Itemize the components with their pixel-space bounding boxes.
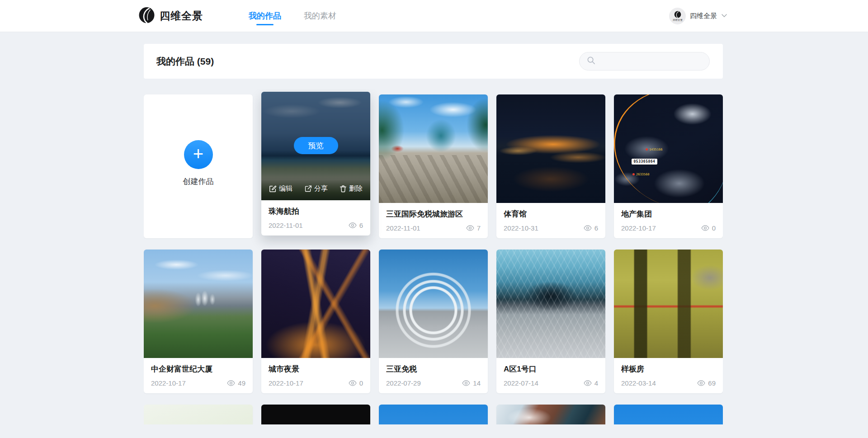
page-title: 我的作品 (59) [156,55,214,68]
work-meta: 2022-10-17 49 [151,379,245,387]
logo-mark-icon [138,7,155,25]
plus-icon: + [184,140,213,169]
work-card[interactable]: 预览 编辑 分享 删除 三亚国际免税城旅游区 2022-11-01 [379,94,488,238]
work-meta: 2022-07-29 14 [386,379,481,387]
work-card-partial[interactable] [144,405,253,424]
work-views: 0 [349,379,363,387]
work-views: 4 [584,379,598,387]
work-date: 2022-03-14 [621,379,656,387]
work-meta: 2022-07-14 4 [504,379,598,387]
work-card-partial[interactable] [379,405,488,424]
work-card[interactable]: 1435166 2633560 053365864 预览 编辑 分享 删除 [614,94,723,238]
share-label: 分享 [314,184,328,193]
map-extras: 1435166 2633560 053365864 [614,94,723,203]
create-work-label: 创建作品 [183,176,214,187]
eye-icon [227,380,235,386]
work-views-count: 0 [359,379,363,387]
work-views: 7 [466,224,481,232]
work-thumb [144,405,253,424]
eye-icon [349,380,357,386]
work-thumb: 预览 编辑 分享 删除 [496,94,605,203]
work-date: 2022-10-31 [504,224,538,232]
eye-icon [584,225,592,231]
work-title: 地产集团 [621,209,716,219]
work-info: 地产集团 2022-10-17 0 [614,203,723,232]
work-thumb: 预览 编辑 分享 删除 [261,250,370,358]
work-card-partial[interactable] [261,405,370,424]
work-card[interactable]: 预览 编辑 分享 删除 体育馆 2022-10-31 [496,94,605,238]
eye-icon [584,380,592,386]
work-info: 体育馆 2022-10-31 6 [496,203,605,232]
delete-button[interactable]: 删除 [340,184,363,193]
work-title: 三亚免税 [386,364,481,374]
work-card-partial[interactable] [614,405,723,424]
work-card[interactable]: 预览 编辑 分享 删除 城市夜景 2022-10-17 [261,250,370,393]
content-header-panel: 我的作品 (59) [144,44,723,79]
work-title: 城市夜景 [269,364,363,374]
user-name: 四维全景 [690,12,717,20]
work-views: 6 [349,221,363,229]
edit-button[interactable]: 编辑 [269,184,292,193]
work-card[interactable]: 预览 编辑 分享 删除 三亚免税 2022-07-29 [379,250,488,393]
work-card[interactable]: 预览 编辑 分享 删除 珠海航拍 2022-11-01 [261,92,370,235]
avatar-label: 四维全景 [673,19,683,21]
work-card[interactable]: 预览 编辑 分享 删除 中企财富世纪大厦 2022-10-17 [144,250,253,393]
marker-dot-icon [632,173,635,175]
work-info: 样板房 2022-03-14 69 [614,358,723,387]
works-grid: + 创建作品 预览 编辑 分享 [144,89,723,424]
search-input[interactable] [599,57,704,66]
card-action-bar: 编辑 分享 删除 [261,177,370,200]
brand-name: 四维全景 [160,9,203,23]
edit-label: 编辑 [279,184,292,193]
work-title: 中企财富世纪大厦 [151,364,245,374]
work-thumb [379,405,488,424]
work-meta: 2022-10-17 0 [269,379,363,387]
share-button[interactable]: 分享 [304,184,328,193]
work-thumb: 1435166 2633560 053365864 预览 编辑 分享 删除 [614,94,723,203]
work-views: 0 [701,224,716,232]
nav-tabs: 我的作品 我的素材 [248,0,337,32]
avatar: 四维全景 [669,8,686,24]
map-marker: 1435166 [646,148,663,151]
eye-icon [466,225,474,231]
create-work-card[interactable]: + 创建作品 [144,94,253,238]
work-thumb: 预览 编辑 分享 删除 [379,250,488,358]
share-icon [304,185,312,193]
work-views-count: 49 [238,379,245,387]
edit-icon [269,185,277,193]
work-info: A区1号口 2022-07-14 4 [496,358,605,387]
work-info: 珠海航拍 2022-11-01 6 [261,200,370,229]
work-title: A区1号口 [504,364,598,374]
work-thumb [614,405,723,424]
work-thumb: 预览 编辑 分享 删除 [614,250,723,358]
work-card[interactable]: 预览 编辑 分享 删除 样板房 2022-03-14 [614,250,723,393]
eye-icon [349,222,357,228]
search-box[interactable] [579,52,710,71]
work-views-count: 14 [473,379,481,387]
work-title: 样板房 [621,364,716,374]
work-meta: 2022-10-31 6 [504,224,598,232]
work-thumb: 预览 编辑 分享 删除 [496,250,605,358]
work-views: 69 [697,379,716,387]
preview-button[interactable]: 预览 [294,137,338,154]
brand-logo[interactable]: 四维全景 [138,0,203,32]
work-thumb: 预览 编辑 分享 删除 [379,94,488,203]
work-views-count: 6 [594,224,598,232]
work-meta: 2022-11-01 6 [269,221,363,229]
user-menu[interactable]: 四维全景 四维全景 [669,0,727,32]
work-views: 6 [584,224,598,232]
work-card[interactable]: 预览 编辑 分享 删除 A区1号口 2022-07-14 [496,250,605,393]
work-info: 三亚免税 2022-07-29 14 [379,358,488,387]
work-views-count: 0 [712,224,716,232]
tab-my-works[interactable]: 我的作品 [248,0,282,32]
map-badge: 053365864 [632,159,658,165]
work-date: 2022-11-01 [269,221,303,229]
map-marker: 2633560 [632,173,650,176]
work-views: 49 [227,379,245,387]
tab-my-assets[interactable]: 我的素材 [303,0,337,32]
work-card-partial[interactable] [496,405,605,424]
marker-dot-icon [646,148,648,151]
work-views-count: 7 [477,224,481,232]
delete-label: 删除 [349,184,363,193]
work-date: 2022-07-29 [386,379,421,387]
